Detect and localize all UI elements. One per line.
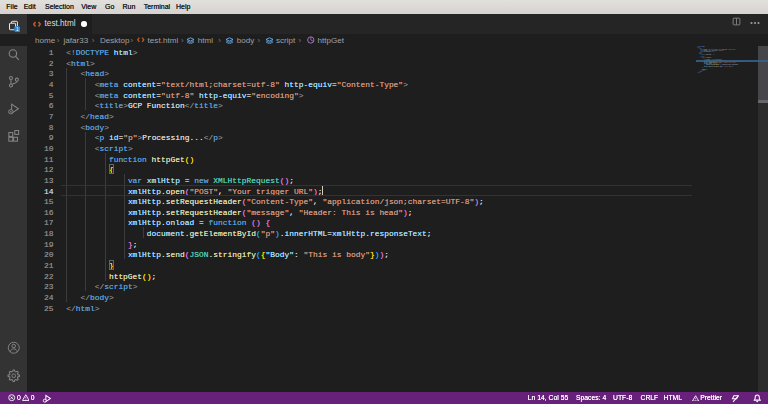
svg-text:1: 1	[16, 27, 19, 32]
